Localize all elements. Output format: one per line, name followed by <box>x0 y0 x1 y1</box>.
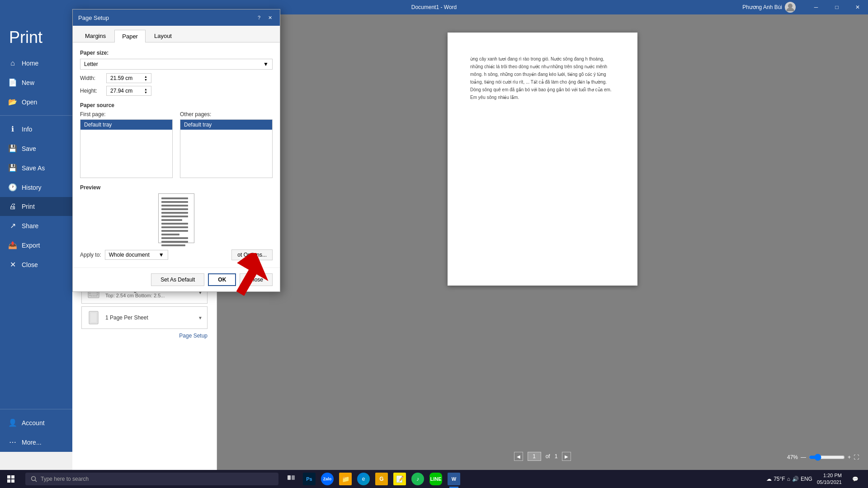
sidebar-item-print[interactable]: 🖨 Print <box>0 197 72 216</box>
edge-icon: e <box>357 473 370 485</box>
dialog-preview-mini <box>158 193 194 243</box>
maximize-button[interactable]: □ <box>826 0 847 14</box>
taskbar: Type here to search Ps Zalo 📁 e G 📝 ♪ <box>0 470 868 488</box>
sidebar-item-save-as[interactable]: 💾 Save As <box>0 158 72 178</box>
dialog-close-button[interactable]: ✕ <box>265 13 274 22</box>
first-page-label: First page: <box>80 111 173 117</box>
export-icon: 📤 <box>8 241 17 249</box>
dialog-title: Page Setup <box>78 14 109 21</box>
sidebar-item-home[interactable]: ⌂ Home <box>0 54 72 73</box>
search-placeholder: Type here to search <box>41 476 89 482</box>
page-setup-link[interactable]: Page Setup <box>81 333 208 339</box>
sidebar-item-save[interactable]: 💾 Save <box>0 139 72 158</box>
zoom-slider[interactable] <box>809 454 845 461</box>
dialog-footer: Set As Default OK Close <box>73 267 280 291</box>
paper-size-dropdown-arrow: ▼ <box>263 61 269 67</box>
set-as-default-button[interactable]: Set As Default <box>151 273 204 286</box>
search-icon <box>31 476 37 482</box>
print-options-button[interactable]: ot Options... <box>231 249 273 260</box>
other-pages-default[interactable]: Default tray <box>180 120 272 130</box>
taskbar-zalo[interactable]: Zalo <box>318 470 336 488</box>
document-preview: ừng cây xanh tươi đang rì rào trong gió.… <box>217 14 868 470</box>
share-icon: ↗ <box>8 221 17 230</box>
user-info: Phương Anh Bùi <box>742 0 796 14</box>
height-label: Height: <box>80 88 103 94</box>
dialog-tabs: Margins Paper Layout <box>73 26 280 42</box>
width-input[interactable]: 21.59 cm ▲ ▼ <box>106 73 151 83</box>
svg-rect-27 <box>11 475 14 479</box>
taskbar-edge[interactable]: e <box>354 470 373 488</box>
close-button[interactable]: ✕ <box>847 0 868 14</box>
dialog-help-button[interactable]: ? <box>255 13 264 22</box>
account-icon: 👤 <box>8 418 17 427</box>
height-down[interactable]: ▼ <box>144 91 147 94</box>
document-content: ừng cây xanh tươi đang rì rào trong gió.… <box>470 55 615 101</box>
taskbar-right: ☁ 75°F ⌂ 🔊 ENG 1:20 PM 05/10/2021 💬 <box>766 470 868 488</box>
sidebar-item-more[interactable]: ⋯ More... <box>0 432 72 452</box>
width-row: Width: 21.59 cm ▲ ▼ <box>80 73 273 83</box>
tab-paper[interactable]: Paper <box>114 30 146 42</box>
minimize-button[interactable]: ─ <box>806 0 826 14</box>
sidebar-item-share[interactable]: ↗ Share <box>0 216 72 235</box>
taskbar-word[interactable]: W <box>445 470 463 488</box>
dialog-close-footer-button[interactable]: Close <box>240 273 273 286</box>
clock: 1:20 PM 05/10/2021 <box>813 472 845 486</box>
cloud-icon: ☁ <box>766 476 772 482</box>
sidebar-item-close[interactable]: ✕ Close <box>0 255 72 274</box>
sidebar-item-export[interactable]: 📤 Export <box>0 235 72 255</box>
new-icon: 📄 <box>8 78 17 87</box>
dialog-titlebar: Page Setup ? ✕ <box>73 9 280 26</box>
pages-per-sheet-main: 1 Page Per Sheet <box>105 314 193 321</box>
zoom-percent: 47% <box>787 454 798 460</box>
task-view-button[interactable] <box>282 470 300 488</box>
home-icon: ⌂ <box>8 59 17 67</box>
width-up[interactable]: ▲ <box>144 75 147 78</box>
apply-to-label: Apply to: <box>80 252 101 258</box>
taskbar-sticky[interactable]: 📝 <box>391 470 409 488</box>
sidebar-item-history[interactable]: 🕐 History <box>0 178 72 197</box>
margins-sub: Top: 2.54 cm Bottom: 2.5... <box>105 293 193 298</box>
taskbar-line[interactable]: LINE <box>427 470 445 488</box>
taskbar-spotify[interactable]: ♪ <box>409 470 427 488</box>
width-down[interactable]: ▼ <box>144 78 147 81</box>
apply-to-row: Apply to: Whole document ▼ ot Options... <box>80 249 273 260</box>
sidebar-item-info[interactable]: ℹ Info <box>0 119 72 139</box>
sidebar-item-new[interactable]: 📄 New <box>0 73 72 92</box>
notification-button[interactable]: 💬 <box>846 470 864 488</box>
other-pages-col: Other pages: Default tray <box>180 111 273 178</box>
ok-button[interactable]: OK <box>208 273 236 286</box>
word-icon: W <box>448 473 460 485</box>
fit-page-icon[interactable]: ⛶ <box>854 454 859 460</box>
height-row: Height: 27.94 cm ▲ ▼ <box>80 86 273 96</box>
date-display: 05/10/2021 <box>817 479 842 486</box>
apply-to-select[interactable]: Whole document ▼ <box>105 250 168 260</box>
current-page-input[interactable] <box>528 452 541 461</box>
tab-margins[interactable]: Margins <box>77 29 113 42</box>
paper-size-section: Paper size: Letter ▼ Width: 21.59 cm ▲ ▼ <box>80 50 273 96</box>
save-icon: 💾 <box>8 144 17 153</box>
taskbar-grammarly[interactable]: G <box>373 470 391 488</box>
spotify-icon: ♪ <box>411 473 424 485</box>
lang-display: ENG <box>801 476 812 482</box>
height-input[interactable]: 27.94 cm ▲ ▼ <box>106 86 151 96</box>
dialog-preview-label: Preview <box>80 184 273 191</box>
start-button[interactable] <box>0 470 22 488</box>
setting-pages-per-sheet[interactable]: 1 Page Per Sheet ▼ <box>81 306 208 329</box>
document-page: ừng cây xanh tươi đang rì rào trong gió.… <box>448 33 637 286</box>
taskbar-search-box[interactable]: Type here to search <box>25 473 278 485</box>
taskbar-photoshop[interactable]: Ps <box>300 470 318 488</box>
svg-rect-33 <box>292 475 295 480</box>
sidebar-item-open[interactable]: 📂 Open <box>0 92 72 112</box>
sidebar-title: Print <box>0 19 72 54</box>
paper-size-select[interactable]: Letter ▼ <box>80 59 273 70</box>
info-icon: ℹ <box>8 125 17 133</box>
zoom-control: 47% — + ⛶ <box>787 454 859 461</box>
taskbar-files[interactable]: 📁 <box>336 470 354 488</box>
zalo-icon: Zalo <box>321 473 334 485</box>
tab-layout[interactable]: Layout <box>146 29 179 42</box>
first-page-default[interactable]: Default tray <box>80 120 172 130</box>
sidebar-item-account[interactable]: 👤 Account <box>0 413 72 432</box>
height-up[interactable]: ▲ <box>144 88 147 91</box>
prev-page-button[interactable]: ◀ <box>514 452 523 461</box>
next-page-button[interactable]: ▶ <box>562 452 571 461</box>
